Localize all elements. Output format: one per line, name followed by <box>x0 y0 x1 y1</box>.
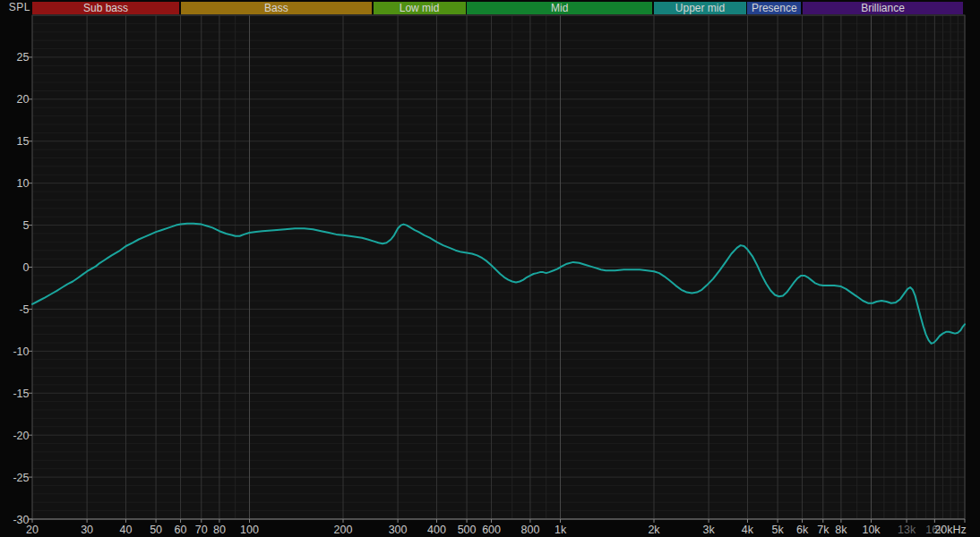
x-tick-label: 8k <box>835 524 847 536</box>
y-tick-label: 25 <box>17 51 30 64</box>
y-tick-label: -25 <box>13 472 29 484</box>
y-tick-label: -15 <box>13 388 29 400</box>
x-tick-label: 800 <box>520 524 539 536</box>
y-tick-label: 5 <box>23 219 30 232</box>
x-tick-label: 7k <box>817 524 830 536</box>
x-tick-label: 60 <box>175 524 187 536</box>
y-tick-label: 20 <box>17 93 30 106</box>
x-tick-label: 30 <box>81 524 93 536</box>
x-tick-label: 50 <box>150 524 162 536</box>
x-tick-label: 500 <box>458 524 477 536</box>
x-tick-label: 2k <box>648 524 660 536</box>
x-tick-label: 20kHz <box>934 524 966 536</box>
x-tick-label: 1k <box>554 524 567 536</box>
x-tick-label: 300 <box>389 524 408 536</box>
y-tick-label: 10 <box>17 177 30 190</box>
x-tick-label: 10k <box>862 524 881 536</box>
x-tick-label: 13k <box>898 524 916 536</box>
x-tick-label: 600 <box>482 524 501 536</box>
y-tick-label: 0 <box>23 261 30 274</box>
x-tick-label: 40 <box>120 524 133 536</box>
y-tick-label: -10 <box>13 345 29 358</box>
x-tick-label: 4k <box>742 524 754 536</box>
y-tick-label: 15 <box>17 135 30 148</box>
x-tick-label: 20 <box>26 524 39 536</box>
x-tick-label: 3k <box>703 524 716 536</box>
x-tick-label: 80 <box>213 524 226 536</box>
spl-chart: 2520151050-5-10-15-20-25-302030405060708… <box>0 0 980 537</box>
x-tick-label: 100 <box>240 524 259 536</box>
x-tick-label: 70 <box>195 524 208 536</box>
y-tick-label: -5 <box>19 303 29 316</box>
x-tick-label: 400 <box>427 524 446 536</box>
x-tick-label: 5k <box>771 524 784 536</box>
x-tick-label: 6k <box>796 524 809 536</box>
spl-graph-window: SPL Sub bassBassLow midMidUpper midPrese… <box>0 0 980 537</box>
y-tick-label: -20 <box>13 430 29 442</box>
x-tick-label: 200 <box>334 524 353 536</box>
